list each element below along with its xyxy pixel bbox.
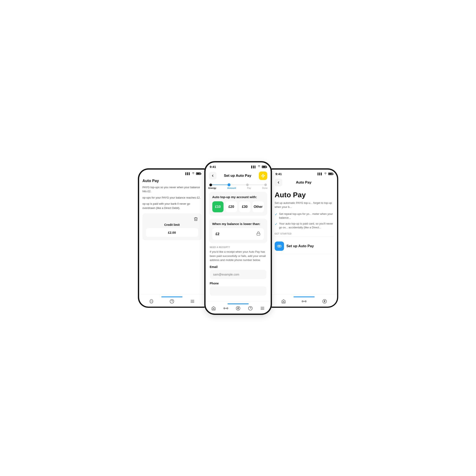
right-signal-icon: ▌▌▌ <box>318 172 323 175</box>
right-phone-frame: 9:41 ▌▌▌ Auto Pay Auto Pay Set up automa… <box>271 168 338 308</box>
receipt-label: NEED A RECEIPT? <box>210 246 266 248</box>
left-phone-frame: ▌▌▌ Auto Pay PAYG top-ups so you never w… <box>138 168 205 308</box>
left-nav-item-payments[interactable] <box>149 299 154 304</box>
left-page-title: Auto Pay <box>142 179 202 183</box>
middle-nav-items <box>205 306 271 311</box>
right-nav-payments[interactable] <box>322 299 327 304</box>
check-icon-2: ✓ <box>275 222 277 226</box>
step-dot-pay <box>246 184 249 186</box>
right-status-bar: 9:41 ▌▌▌ <box>271 170 337 177</box>
right-nav-title: Auto Pay <box>296 180 311 185</box>
auto-topup-card: Auto top-up my account with: £10 £20 £30… <box>209 192 267 216</box>
balance-input-row: £2 <box>212 228 264 240</box>
amount-30-button[interactable]: £30 <box>239 201 251 212</box>
middle-nav-header: Set up Auto Pay <box>205 170 271 183</box>
step-dot-energy <box>209 184 212 186</box>
step-label-done: Done <box>262 187 268 189</box>
credit-limit-label: Credit limit <box>146 223 198 226</box>
right-nav-items <box>271 299 337 304</box>
middle-main-content: Auto top-up my account with: £10 £20 £30… <box>205 192 271 301</box>
middle-nav-title: Set up Auto Pay <box>224 174 252 178</box>
amount-10-button[interactable]: £10 <box>212 201 224 212</box>
step-line-2 <box>231 185 246 185</box>
step-line-1 <box>212 185 228 185</box>
right-big-title: Auto Pay <box>275 191 334 199</box>
middle-nav-home[interactable] <box>211 306 216 311</box>
get-started-label: GET STARTED <box>275 233 334 235</box>
middle-wifi-icon <box>257 165 261 168</box>
phone-label: Phone <box>210 282 266 285</box>
balance-title: When my balance is lower than: <box>212 222 264 226</box>
left-body-text-3: op-up is paid with your bank ll never go… <box>142 202 202 210</box>
infinity-icon <box>275 241 284 251</box>
step-label-amount: Amount <box>227 187 236 189</box>
credit-section: Credit limit £2.00 <box>142 213 202 240</box>
step-label-energy: Energy <box>208 187 216 189</box>
left-main-content: Auto Pay PAYG top-ups so you never when … <box>139 177 205 294</box>
middle-nav-help[interactable] <box>248 306 253 311</box>
left-phone-content: Auto Pay PAYG top-ups so you never when … <box>139 177 205 307</box>
right-nav-header: Auto Pay <box>271 177 337 189</box>
auto-topup-title: Auto top-up my account with: <box>212 195 264 199</box>
middle-status-bar: 9:41 ▌▌▌ <box>205 162 271 170</box>
right-status-time: 9:41 <box>275 172 282 176</box>
left-bottom-indicator <box>161 296 183 297</box>
wifi-icon <box>192 172 195 175</box>
setup-autopay-button[interactable]: Set up Auto Pay <box>275 238 334 254</box>
credit-limit-value: £2.00 <box>146 228 198 237</box>
left-nav-item-help[interactable] <box>170 299 174 304</box>
battery-icon <box>196 172 201 175</box>
email-input[interactable] <box>210 270 266 279</box>
progress-labels-row: Energy Amount Pay Done <box>205 187 271 192</box>
right-bottom-indicator <box>293 296 315 297</box>
step-dot-amount <box>228 183 231 186</box>
progress-dots-row <box>205 183 271 187</box>
right-nav-home[interactable] <box>281 299 286 304</box>
balance-card: When my balance is lower than: £2 <box>209 219 267 243</box>
left-status-bar: ▌▌▌ <box>139 170 205 177</box>
middle-status-time: 9:41 <box>210 165 216 169</box>
setup-autopay-label: Set up Auto Pay <box>287 244 314 248</box>
middle-phone-frame: 9:41 ▌▌▌ Set up Auto Pay <box>204 161 272 315</box>
get-started-divider <box>275 237 334 237</box>
check-text-1: Set repeat top-ups for yo... meter when … <box>279 212 334 220</box>
right-wifi-icon <box>324 172 327 175</box>
step-dot-done <box>264 184 267 186</box>
step-line-3 <box>249 185 264 185</box>
left-nav-items <box>139 299 205 304</box>
lock-icon <box>256 231 260 237</box>
right-main-content: Auto Pay Set up automatic PAYG top-u... … <box>271 189 337 294</box>
middle-back-button[interactable] <box>209 172 217 180</box>
left-nav-item-menu[interactable] <box>190 299 195 304</box>
left-body-text-2: op-ups for your PAYG your balance reache… <box>142 196 202 200</box>
delete-icon[interactable] <box>146 217 198 221</box>
right-back-button[interactable] <box>275 179 282 186</box>
phone-input[interactable] <box>210 286 266 296</box>
left-body-text-1: PAYG top-ups so you never when your bala… <box>142 185 202 193</box>
step-label-pay: Pay <box>247 187 251 189</box>
middle-nav-menu[interactable] <box>260 306 265 311</box>
balance-value: £2 <box>216 232 220 236</box>
middle-battery-icon <box>262 166 266 168</box>
receipt-section: NEED A RECEIPT? If you'd like a receipt … <box>209 246 267 298</box>
middle-bottom-indicator <box>228 304 249 304</box>
signal-icon: ▌▌▌ <box>186 172 190 175</box>
left-bottom-nav <box>139 294 205 307</box>
right-nav-activity[interactable] <box>302 300 307 303</box>
screens-container: ▌▌▌ Auto Pay PAYG top-ups so you never w… <box>111 161 365 315</box>
middle-signal-icon: ▌▌▌ <box>251 166 256 168</box>
middle-nav-payments[interactable] <box>236 306 240 311</box>
right-status-icons: ▌▌▌ <box>318 172 333 175</box>
middle-bottom-nav <box>205 301 271 314</box>
left-status-icons: ▌▌▌ <box>186 172 201 175</box>
amount-other-button[interactable]: Other <box>253 201 264 212</box>
amount-options-row: £10 £20 £30 Other <box>212 201 264 212</box>
middle-nav-activity[interactable] <box>223 307 228 310</box>
amount-20-button[interactable]: £20 <box>226 201 237 212</box>
lightning-button[interactable] <box>259 171 267 180</box>
check-icon-1: ✓ <box>275 212 277 216</box>
right-bottom-nav <box>271 294 337 307</box>
middle-status-icons: ▌▌▌ <box>251 165 266 168</box>
receipt-text: If you'd like a receipt when your Auto P… <box>210 250 266 262</box>
checklist-item-1: ✓ Set repeat top-ups for yo... meter whe… <box>275 212 334 220</box>
